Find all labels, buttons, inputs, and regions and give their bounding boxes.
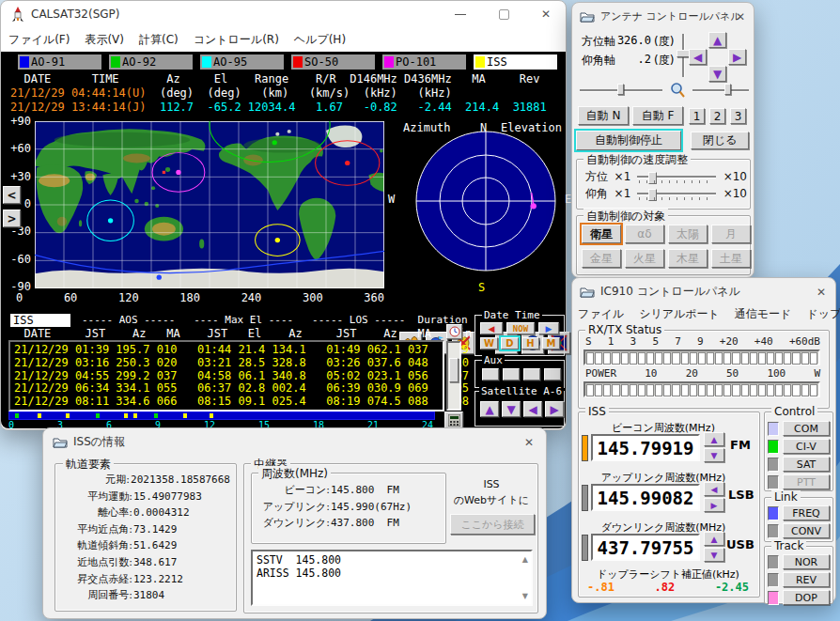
satellite-button-iss[interactable]: ISS	[474, 54, 557, 70]
downlink-indicator	[582, 535, 588, 561]
menu-item[interactable]: 通信モード	[735, 306, 792, 322]
satellite-button-po-101[interactable]: PO-101	[382, 54, 466, 70]
pass-scrollbar[interactable]	[446, 341, 461, 411]
downlink-frequency-value[interactable]: 437.79755	[591, 534, 700, 561]
menu-item[interactable]: シリアルポート	[639, 306, 720, 322]
scrollbar-thumb[interactable]	[449, 358, 459, 382]
meter-segment	[586, 352, 594, 365]
now-button[interactable]: NOW	[506, 322, 535, 334]
preset-button-1[interactable]: 1	[689, 108, 705, 124]
preset-button-2[interactable]: 2	[709, 108, 725, 124]
connect-button[interactable]: ここから接続	[450, 514, 535, 535]
calculator-icon-button[interactable]	[444, 411, 463, 428]
close-icon[interactable]: ✕	[736, 10, 745, 23]
pass-satellite-name[interactable]: ISS	[10, 314, 70, 327]
satellite-button-so-50[interactable]: SO-50	[291, 54, 375, 70]
azimuth-slider-thumb[interactable]	[617, 84, 624, 95]
aux-button[interactable]	[482, 368, 499, 380]
meter-segment	[638, 352, 646, 365]
freq-button[interactable]: FREQ	[783, 505, 830, 520]
zoom-slider[interactable]	[692, 89, 749, 91]
satellite-down-button[interactable]: ▼	[502, 401, 521, 417]
aux-button[interactable]	[503, 368, 520, 380]
menu-item[interactable]: 計算(C)	[139, 32, 179, 48]
menu-item[interactable]: コントロール(R)	[194, 32, 279, 48]
scroll-down-icon[interactable]: ▼	[522, 592, 528, 600]
auto-n-button[interactable]: 自動 N	[578, 106, 629, 125]
menu-item[interactable]: ドップラ補正	[806, 306, 840, 322]
zoom-slider-thumb[interactable]	[724, 84, 731, 95]
beacon-frequency-value[interactable]: 145.79919	[591, 434, 700, 461]
satellite-button-ao-92[interactable]: AO-92	[109, 54, 193, 70]
iss-info-titlebar[interactable]: ISSの情報 ✕	[43, 428, 546, 455]
step-button-d[interactable]: D	[501, 337, 519, 349]
speed-slider[interactable]	[637, 188, 715, 200]
date-forward-button[interactable]: ▶	[538, 322, 559, 334]
map-pan-right-button[interactable]: >	[3, 210, 21, 227]
clock-icon-button[interactable]	[446, 324, 462, 339]
minimize-icon[interactable]	[455, 14, 466, 15]
info-value: 0.0004312	[133, 505, 190, 521]
close-icon[interactable]: ✕	[541, 8, 551, 21]
maximize-icon[interactable]	[499, 9, 509, 20]
antenna-down-button[interactable]: ▼	[708, 66, 726, 82]
civ-button[interactable]: CI-V	[783, 439, 830, 454]
auto-f-button[interactable]: 自動 F	[632, 106, 683, 125]
uplink-left-button[interactable]: ◀	[704, 482, 724, 496]
satellite-next-button[interactable]: ▶	[545, 401, 564, 417]
antenna-titlebar[interactable]: アンテナ コントロールパネル ✕	[572, 3, 754, 29]
slider-thumb[interactable]	[648, 189, 657, 201]
date-back-button[interactable]: ◀	[480, 322, 503, 334]
sat-button[interactable]: SAT	[783, 457, 830, 472]
calsat32-titlebar[interactable]: CALSAT32(SGP) ✕	[1, 1, 566, 27]
rev-button[interactable]: REV	[783, 572, 830, 587]
satellite-button-label: AO-91	[31, 55, 65, 69]
slider-thumb[interactable]	[648, 172, 657, 184]
downlink-up-button[interactable]: ▲	[704, 532, 724, 546]
speed-slider[interactable]	[637, 171, 715, 183]
meter-scale-label: 100	[767, 367, 786, 380]
antenna-up-button[interactable]: ▲	[708, 32, 726, 48]
notes-textarea[interactable]: SSTV 145.800 ARISS 145.800 ▲ ▼	[251, 550, 533, 606]
conv-button[interactable]: CONV	[783, 523, 830, 538]
preset-button-3[interactable]: 3	[730, 108, 746, 124]
aux-button[interactable]	[523, 368, 540, 380]
beacon-down-button[interactable]: ▼	[704, 448, 724, 462]
close-icon[interactable]: ✕	[817, 286, 826, 299]
tracking-row-utc: 21/12/29 04:44:14(U) (deg) (deg) (km) (k…	[10, 86, 452, 100]
dop-button[interactable]: DOP	[783, 590, 830, 605]
meter-segment	[630, 352, 637, 365]
satellite-button-ao-91[interactable]: AO-91	[18, 54, 101, 70]
menu-item[interactable]: ファイル(F)	[8, 32, 70, 48]
ic910-titlebar[interactable]: IC910 コントロールパネル ✕	[572, 278, 835, 304]
menu-item[interactable]: 表示(V)	[85, 32, 124, 48]
step-button-m[interactable]: M	[542, 337, 560, 349]
auto-control-stop-button[interactable]: 自動制御停止	[576, 131, 681, 150]
downlink-down-button[interactable]: ▼	[704, 548, 724, 562]
satellite-color-swatch	[293, 56, 303, 68]
beacon-up-button[interactable]: ▲	[704, 432, 724, 446]
map-pan-left-button[interactable]: <	[3, 186, 21, 204]
pass-row: 21/12/29 04:55 299.2 037 04:58 06.1 340.…	[14, 370, 443, 383]
com-button[interactable]: COM	[783, 421, 830, 436]
uplink-right-button[interactable]: ▶	[704, 498, 724, 512]
nor-button[interactable]: NOR	[783, 554, 830, 569]
aux-button[interactable]	[544, 368, 561, 380]
antenna-left-button[interactable]: ◀	[689, 49, 707, 65]
close-icon[interactable]: ✕	[524, 436, 534, 449]
menu-item[interactable]: ファイル	[578, 306, 624, 322]
step-button-h[interactable]: H	[521, 337, 539, 349]
step-button-w[interactable]: W	[480, 337, 498, 349]
uplink-frequency-value[interactable]: 145.99082	[591, 484, 700, 511]
target-button[interactable]: 衛星	[582, 225, 621, 243]
scroll-up-icon[interactable]: ▲	[522, 555, 528, 564]
satellite-prev-button[interactable]: ◀	[523, 401, 542, 417]
satellite-button-ao-95[interactable]: AO-95	[200, 54, 284, 70]
antenna-right-button[interactable]: ▶	[728, 49, 746, 65]
elevation-slider-thumb[interactable]	[677, 50, 690, 57]
satellite-up-button[interactable]: ▲	[480, 401, 499, 417]
meter-segment	[723, 352, 731, 365]
close-panel-button[interactable]: 閉じる	[691, 132, 749, 149]
ptt-button[interactable]: PTT	[783, 474, 830, 489]
menu-item[interactable]: ヘルプ(H)	[294, 32, 346, 48]
